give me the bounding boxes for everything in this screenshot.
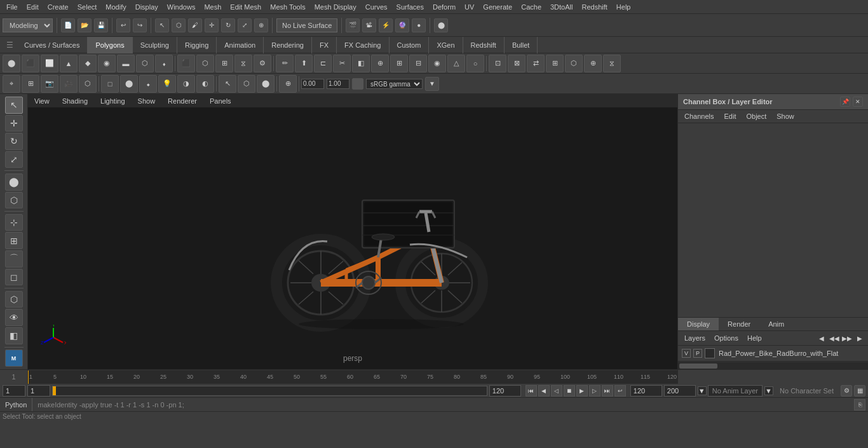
universal-manip-icon[interactable]: ⊕ [254, 18, 268, 32]
menu-generate[interactable]: Generate [479, 2, 516, 12]
move-tool-button[interactable]: ✛ [5, 115, 23, 132]
render-seq-icon[interactable]: 📽 [362, 18, 376, 32]
shelf-sphere-icon[interactable]: ⬤ [3, 55, 20, 72]
shelf-cut-icon[interactable]: ✂ [333, 55, 351, 72]
shelf-cone-icon[interactable]: ▲ [60, 55, 78, 72]
anim-layer-arrow[interactable]: ▼ [698, 386, 707, 395]
shading-xray-icon[interactable]: ◑ [177, 75, 195, 93]
shading-light-icon[interactable]: 💡 [158, 75, 176, 93]
menu-edit[interactable]: Edit [23, 2, 43, 12]
menu-uv[interactable]: UV [461, 2, 478, 12]
layers-prev-icon[interactable]: ◀◀ [829, 332, 840, 344]
timeline-ruler[interactable]: 1 5 10 15 20 25 30 35 40 45 50 55 60 65 … [28, 370, 677, 384]
menu-edit-mesh[interactable]: Edit Mesh [226, 2, 265, 12]
anim-step-back-button[interactable]: ◀ [538, 385, 550, 397]
soft-select-icon[interactable]: ⬤ [5, 173, 23, 191]
tab-animation[interactable]: Animation [217, 37, 264, 53]
snap-surface-icon[interactable]: ◻ [5, 269, 23, 286]
new-scene-icon[interactable]: 📄 [61, 18, 75, 32]
shelf-cleanup-icon[interactable]: ⊕ [584, 55, 602, 72]
cb-tab-edit[interactable]: Edit [720, 111, 740, 121]
viewport-view-menu[interactable]: View [31, 96, 53, 106]
open-scene-icon[interactable]: 📂 [78, 18, 92, 32]
shelf-disk-icon[interactable]: ⬡ [136, 55, 154, 72]
menu-3dtall[interactable]: 3DtoAll [546, 2, 576, 12]
shading-texture-icon[interactable]: ⬥ [139, 75, 157, 93]
show-hide-icon[interactable]: 👁 [5, 309, 23, 326]
menu-mesh-tools[interactable]: Mesh Tools [266, 2, 309, 12]
menu-curves[interactable]: Curves [362, 2, 391, 12]
shelf-torus-icon[interactable]: ◉ [98, 55, 116, 72]
cb-tab-channels[interactable]: Channels [681, 111, 717, 121]
view-cam-icon[interactable]: 📷 [41, 75, 58, 93]
anim-rewind-button[interactable]: ⏮ [526, 385, 537, 397]
layers-next-icon[interactable]: ▶▶ [841, 332, 853, 344]
misc-icon1[interactable]: ⬤ [434, 18, 448, 32]
save-scene-icon[interactable]: 💾 [94, 18, 108, 32]
layers-last-icon[interactable]: ▶ [854, 332, 865, 344]
anim-loop-button[interactable]: ↩ [614, 385, 626, 397]
workflow-selector[interactable]: Modeling [3, 18, 53, 32]
shelf-extrude-icon[interactable]: ⬆ [295, 55, 313, 72]
manip-world-icon[interactable]: ⊕ [279, 75, 297, 93]
rs-icon[interactable]: ● [412, 18, 426, 32]
render-region-icon[interactable]: ⬡ [5, 291, 23, 308]
viewport-renderer-menu[interactable]: Renderer [164, 96, 201, 106]
view-grid-icon[interactable]: ⊞ [22, 75, 39, 93]
range-end-field[interactable] [630, 385, 662, 397]
lasso-tool-icon[interactable]: ⬡ [172, 18, 186, 32]
anim-script-icon[interactable]: ▦ [854, 385, 865, 397]
cb-tab-show[interactable]: Show [773, 111, 798, 121]
shelf-diamond-icon[interactable]: ◆ [79, 55, 97, 72]
tab-rendering[interactable]: Rendering [264, 37, 312, 53]
select-tool-icon[interactable]: ↖ [155, 18, 169, 32]
menu-file[interactable]: File [3, 2, 22, 12]
gamma-scale-field[interactable] [327, 79, 349, 89]
live-surface-button[interactable]: No Live Surface [276, 18, 337, 32]
anim-end-field[interactable] [664, 385, 696, 397]
menu-cache[interactable]: Cache [517, 2, 545, 12]
shelf-round-cube-icon[interactable]: ⬛ [177, 55, 195, 72]
tab-fx-caching[interactable]: FX Caching [337, 37, 389, 53]
shelf-bevel-icon[interactable]: ◧ [352, 55, 370, 72]
tab-render[interactable]: Render [719, 318, 759, 330]
anim-play-back-button[interactable]: ◁ [551, 385, 562, 397]
layer-color-swatch[interactable] [705, 348, 715, 358]
viewport[interactable]: View Shading Lighting Show Renderer Pane… [28, 94, 677, 369]
char-set-arrow[interactable]: ▼ [764, 386, 773, 395]
gamma-color-swatch[interactable] [352, 78, 363, 90]
layers-options-menu[interactable]: Options [710, 333, 742, 343]
shelf-reduce-icon[interactable]: △ [447, 55, 465, 72]
rotate-tool-icon[interactable]: ↻ [221, 18, 235, 32]
viewport-show-menu[interactable]: Show [134, 96, 159, 106]
shelf-boolean-icon[interactable]: ⊕ [371, 55, 389, 72]
viewport-lighting-menu[interactable]: Lighting [97, 96, 129, 106]
shading-xray2-icon[interactable]: ◐ [196, 75, 214, 93]
symmetry-icon[interactable]: ⬡ [5, 192, 23, 209]
shelf-grid-icon[interactable]: ⊞ [215, 55, 233, 72]
tab-redshift[interactable]: Redshift [463, 37, 505, 53]
ipr-icon[interactable]: ⚡ [379, 18, 393, 32]
tab-sculpting[interactable]: Sculpting [133, 37, 177, 53]
shelf-smooth-icon[interactable]: ◉ [428, 55, 446, 72]
layers-new-layer-icon[interactable]: ◀ [816, 332, 827, 344]
shelf-cube2-icon[interactable]: ⬜ [41, 55, 58, 72]
tab-fx[interactable]: FX [312, 37, 337, 53]
tab-rigging[interactable]: Rigging [177, 37, 217, 53]
shelf-transfer-icon[interactable]: ⇄ [527, 55, 545, 72]
shelf-uv2-icon[interactable]: ⊠ [508, 55, 526, 72]
shelf-mirror-icon[interactable]: ⬡ [565, 55, 583, 72]
anim-play-button[interactable]: ▶ [576, 385, 588, 397]
tab-polygons[interactable]: Polygons [88, 37, 132, 53]
view-cam3-icon[interactable]: ⬡ [79, 75, 97, 93]
shelf-platonic-icon[interactable]: ⬡ [196, 55, 214, 72]
select-lasso-icon[interactable]: ⬡ [238, 75, 255, 93]
layers-scrollbar[interactable] [678, 362, 868, 369]
shelf-uv-icon[interactable]: ⊡ [489, 55, 506, 72]
python-copy-icon[interactable]: ⎘ [854, 399, 865, 411]
shelf-bridge-icon[interactable]: ⊏ [314, 55, 332, 72]
layers-menu[interactable]: Layers [681, 333, 709, 343]
select-type-icon[interactable]: ↖ [219, 75, 236, 93]
viewport-panels-menu[interactable]: Panels [206, 96, 235, 106]
shelf-combine-icon[interactable]: ⊞ [390, 55, 408, 72]
